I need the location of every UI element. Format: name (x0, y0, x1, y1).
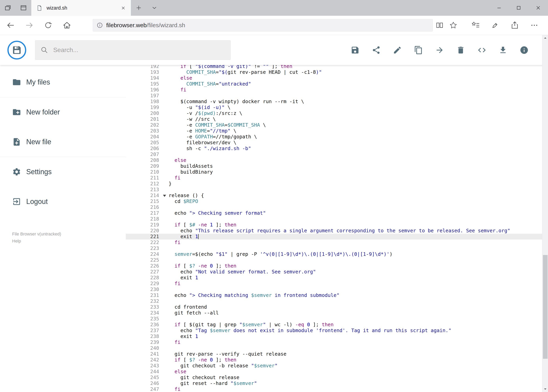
code-line[interactable]: 236 if [ $(git tag | grep "$semver" | wc… (126, 322, 548, 328)
line-number[interactable]: 197 (126, 93, 161, 99)
copy-button[interactable] (408, 40, 429, 61)
tabs-preview-button[interactable] (16, 0, 31, 15)
line-number[interactable]: 208 (126, 157, 161, 163)
minimize-button[interactable] (489, 0, 509, 15)
code-line[interactable]: 218 (126, 216, 548, 222)
scrollbar-thumb[interactable] (543, 255, 548, 359)
code-line[interactable]: 238 exit 1 (126, 334, 548, 339)
hub-favorites-button[interactable] (466, 18, 486, 32)
line-number[interactable]: 219 (126, 222, 161, 228)
line-number[interactable]: 224 (126, 251, 161, 257)
code-line[interactable]: 195 COMMIT_SHA="untracked" (126, 81, 548, 87)
share-file-button[interactable] (366, 40, 387, 61)
line-number[interactable]: 228 (126, 275, 161, 281)
code-line[interactable]: 211 fi (126, 175, 548, 181)
line-number[interactable]: 194 (126, 75, 161, 81)
line-number[interactable]: 195 (126, 81, 161, 87)
line-number[interactable]: 231 (126, 292, 161, 298)
back-button[interactable] (4, 18, 18, 32)
code-line[interactable]: 198 $(command -v winpty) docker run --rm… (126, 99, 548, 105)
delete-button[interactable] (450, 40, 471, 61)
line-number[interactable]: 199 (126, 105, 161, 110)
code-line[interactable]: 214release () { (126, 193, 548, 198)
line-number[interactable]: 246 (126, 380, 161, 386)
maximize-button[interactable] (509, 0, 528, 15)
code-line[interactable]: 204 -e GOPATH=//tmp/gopath \ (126, 134, 548, 140)
rename-edit-button[interactable] (387, 40, 408, 61)
code-line[interactable]: 240 (126, 345, 548, 351)
url-text[interactable]: filebrowser.web/files/wizard.sh (106, 22, 185, 28)
code-line[interactable]: 215 cd $REPO (126, 198, 548, 204)
line-number[interactable]: 220 (126, 228, 161, 234)
browser-tab[interactable]: wizard.sh (31, 0, 131, 16)
code-line[interactable]: 209 buildAssets (126, 163, 548, 169)
code-line[interactable]: 203 -e HOME="//tmp" \ (126, 128, 548, 134)
fold-arrow-icon[interactable] (163, 195, 166, 197)
code-line[interactable]: 231 echo "> Checking matching $semver in… (126, 292, 548, 298)
save-button[interactable] (345, 40, 366, 61)
address-bar[interactable]: filebrowser.web/files/wizard.sh (93, 19, 433, 32)
line-number[interactable]: 211 (126, 175, 161, 181)
move-button[interactable] (429, 40, 450, 61)
line-number[interactable]: 242 (126, 357, 161, 363)
share-button[interactable] (505, 18, 525, 32)
code-line[interactable]: 246 git reset --hard "$semver" (126, 380, 548, 386)
line-number[interactable]: 226 (126, 263, 161, 269)
code-line[interactable]: 232 (126, 298, 548, 304)
info-button[interactable] (513, 40, 535, 61)
sidebar-item-settings[interactable]: Settings (0, 162, 126, 182)
line-number[interactable]: 245 (126, 375, 161, 380)
line-number[interactable]: 218 (126, 216, 161, 222)
line-number[interactable]: 222 (126, 239, 161, 245)
code-line[interactable]: 229 fi (126, 281, 548, 287)
line-number[interactable]: 200 (126, 110, 161, 116)
line-number[interactable]: 229 (126, 281, 161, 287)
line-number[interactable]: 198 (126, 99, 161, 105)
line-number[interactable]: 240 (126, 345, 161, 351)
code-line[interactable]: 226 if [ $? -ne 0 ]; then (126, 263, 548, 269)
line-number[interactable]: 210 (126, 169, 161, 175)
sidebar-item-my-files[interactable]: My files (0, 72, 126, 92)
line-number[interactable]: 217 (126, 210, 161, 216)
code-line[interactable]: 206 sh -c "./wizard.sh -b" (126, 146, 548, 152)
code-line[interactable]: 234 git fetch --all (126, 310, 548, 316)
line-number[interactable]: 205 (126, 140, 161, 146)
raw-code-button[interactable] (471, 40, 493, 61)
code-line[interactable]: 197 (126, 93, 548, 99)
web-note-pen-button[interactable] (486, 18, 505, 32)
code-line[interactable]: 243 git checkout -b release "$semver" (126, 363, 548, 369)
code-line[interactable]: 245 git checkout release (126, 375, 548, 380)
code-line[interactable]: 196 fi (126, 87, 548, 93)
tabs-set-aside-button[interactable] (0, 0, 16, 15)
search-bar[interactable] (35, 40, 231, 60)
line-number[interactable]: 223 (126, 245, 161, 251)
line-number[interactable]: 206 (126, 146, 161, 152)
code-line[interactable]: 213 (126, 187, 548, 193)
line-number[interactable]: 207 (126, 152, 161, 157)
line-number[interactable]: 221 (126, 234, 161, 239)
line-number[interactable]: 196 (126, 87, 161, 93)
line-number[interactable]: 202 (126, 122, 161, 128)
code-line[interactable]: 194 else (126, 75, 548, 81)
code-line[interactable]: 192 if [ "$(command -v git)" != "" ]; th… (126, 65, 548, 69)
line-number[interactable]: 233 (126, 304, 161, 310)
code-line[interactable]: 224 semver=$(echo "$1" | grep -P '^v(0|[… (126, 251, 548, 257)
line-number[interactable]: 238 (126, 334, 161, 339)
help-link[interactable]: Help (12, 238, 61, 245)
line-number[interactable]: 204 (126, 134, 161, 140)
code-line[interactable]: 217 echo "> Checking semver format" (126, 210, 548, 216)
line-number[interactable]: 230 (126, 287, 161, 292)
code-line[interactable]: 199 -u "$(id -u)" \ (126, 105, 548, 110)
download-button[interactable] (493, 40, 513, 61)
line-number[interactable]: 237 (126, 328, 161, 334)
line-number[interactable]: 216 (126, 204, 161, 210)
code-line[interactable]: 228 exit 1 (126, 275, 548, 281)
line-number[interactable]: 209 (126, 163, 161, 169)
code-line[interactable]: 207 (126, 152, 548, 157)
line-number[interactable]: 239 (126, 339, 161, 345)
code-line[interactable]: 219 if [ $# -ne 1 ]; then (126, 222, 548, 228)
add-favorite-star-button[interactable] (446, 18, 460, 32)
line-number[interactable]: 235 (126, 316, 161, 322)
code-line[interactable]: 222 fi (126, 239, 548, 245)
tab-list-chevron-icon[interactable] (146, 0, 162, 15)
